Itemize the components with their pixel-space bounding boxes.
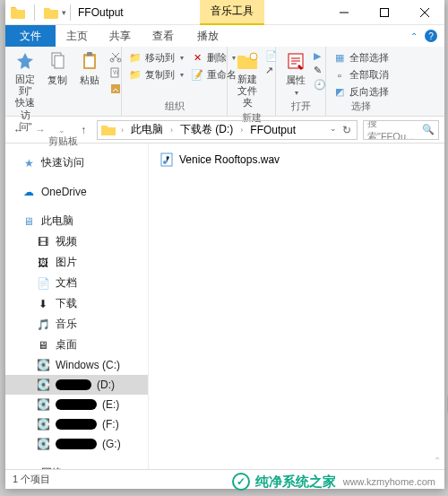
paste-shortcut-icon[interactable] bbox=[109, 83, 122, 97]
content-area: ★快速访问 ☁OneDrive 🖥此电脑 🎞视频🖼图片📄文档⬇下载🎵音乐🖥桌面💽… bbox=[5, 144, 444, 469]
folder-icon bbox=[101, 124, 116, 136]
tree-item[interactable]: 🎞视频 bbox=[5, 231, 148, 252]
chevron-right-icon[interactable]: › bbox=[237, 126, 246, 135]
title-bar: ▾ FFOutput 音乐工具 bbox=[5, 0, 444, 25]
tree-quickaccess[interactable]: ★快速访问 bbox=[5, 152, 148, 173]
tree-item-label: 视频 bbox=[56, 234, 77, 249]
moveto-button[interactable]: 📁移动到▾ bbox=[127, 50, 185, 65]
refresh-icon[interactable]: ↻ bbox=[342, 124, 351, 136]
pictures-icon: 🖼 bbox=[36, 256, 50, 270]
redacted-label bbox=[56, 419, 97, 430]
redacted-label bbox=[56, 399, 97, 410]
copyto-button[interactable]: 📁复制到▾ bbox=[127, 67, 185, 83]
pc-icon: 🖥 bbox=[22, 214, 36, 229]
drive-c-icon: 💽 bbox=[36, 358, 50, 372]
collapse-ribbon-icon[interactable]: ⌃ bbox=[410, 31, 418, 41]
chevron-right-icon[interactable]: › bbox=[167, 126, 177, 135]
history-icon[interactable]: 🕘 bbox=[314, 79, 326, 91]
redacted-label bbox=[56, 439, 97, 449]
context-tab-music[interactable]: 音乐工具 bbox=[200, 0, 264, 25]
search-placeholder: 搜索"FFOu... bbox=[367, 120, 418, 140]
recent-dropdown[interactable]: ⌄ bbox=[54, 122, 70, 138]
copy-button[interactable]: 复制 bbox=[43, 48, 72, 89]
svg-point-14 bbox=[163, 161, 167, 164]
forward-button[interactable]: → bbox=[32, 122, 48, 138]
chevron-right-icon[interactable]: › bbox=[117, 126, 127, 135]
desktop-icon: 🖥 bbox=[36, 338, 50, 352]
tree-item-label: 图片 bbox=[56, 255, 77, 270]
scroll-indicator-icon: ⌃ bbox=[434, 456, 441, 466]
navigation-tree[interactable]: ★快速访问 ☁OneDrive 🖥此电脑 🎞视频🖼图片📄文档⬇下载🎵音乐🖥桌面💽… bbox=[5, 144, 149, 469]
separator bbox=[34, 4, 35, 21]
selectinvert-button[interactable]: ◩反向选择 bbox=[332, 84, 391, 100]
tab-share[interactable]: 共享 bbox=[99, 25, 142, 47]
tree-item[interactable]: ⬇下载 bbox=[5, 293, 148, 314]
svg-rect-0 bbox=[380, 8, 388, 16]
drive-icon: 💽 bbox=[36, 378, 50, 392]
tab-home[interactable]: 主页 bbox=[56, 25, 99, 47]
tree-item-label: (G:) bbox=[102, 438, 121, 450]
drive-icon: 💽 bbox=[36, 417, 50, 431]
breadcrumb-bar[interactable]: › 此电脑 › 下载卷 (D:) › FFOutput ⌄ ↻ bbox=[97, 120, 358, 140]
properties-button[interactable]: 属性 ▾ bbox=[281, 48, 310, 99]
cut-icon[interactable] bbox=[109, 50, 122, 65]
paste-icon bbox=[79, 50, 100, 72]
tree-network[interactable]: 🖧网络 bbox=[5, 463, 148, 469]
up-button[interactable]: ↑ bbox=[75, 122, 91, 138]
tree-item[interactable]: 🎵音乐 bbox=[5, 314, 148, 335]
cloud-icon: ☁ bbox=[22, 185, 36, 199]
crumb-drive[interactable]: 下载卷 (D:) bbox=[177, 122, 237, 137]
minimize-button[interactable] bbox=[323, 0, 364, 25]
tree-item[interactable]: 💽(F:) bbox=[5, 414, 148, 434]
music-icon: 🎵 bbox=[36, 318, 50, 332]
tree-item[interactable]: 🖥桌面 bbox=[5, 335, 148, 355]
tree-item-label: (E:) bbox=[102, 398, 119, 411]
crumb-thispc[interactable]: 此电脑 bbox=[127, 122, 167, 137]
selectnone-button[interactable]: ▫全部取消 bbox=[332, 67, 391, 83]
copyto-icon: 📁 bbox=[129, 69, 142, 82]
svg-text:W: W bbox=[113, 69, 119, 75]
search-input[interactable]: 搜索"FFOu... 🔍 bbox=[363, 120, 439, 140]
edit-icon[interactable]: ✎ bbox=[314, 65, 326, 76]
video-icon: 🎞 bbox=[36, 235, 50, 249]
selectall-button[interactable]: ▦全部选择 bbox=[332, 50, 391, 65]
tree-thispc[interactable]: 🖥此电脑 bbox=[5, 211, 148, 231]
search-icon: 🔍 bbox=[422, 124, 435, 135]
star-icon: ★ bbox=[22, 156, 36, 170]
tree-item[interactable]: 💽(G:) bbox=[5, 434, 148, 454]
back-button[interactable]: ← bbox=[11, 122, 27, 138]
tree-onedrive[interactable]: ☁OneDrive bbox=[5, 182, 148, 202]
tab-view[interactable]: 查看 bbox=[142, 25, 185, 47]
open-icon[interactable]: ▶ bbox=[314, 50, 326, 62]
drive-icon: 💽 bbox=[36, 437, 50, 451]
tree-item[interactable]: 🖼图片 bbox=[5, 252, 148, 273]
dropdown-icon[interactable]: ▾ bbox=[62, 8, 66, 17]
svg-rect-4 bbox=[85, 57, 94, 67]
close-button[interactable] bbox=[404, 0, 444, 25]
file-list[interactable]: Venice Rooftops.wav ⌃ bbox=[149, 144, 444, 469]
tree-item-label: Windows (C:) bbox=[56, 359, 120, 371]
crumb-folder[interactable]: FFOutput bbox=[246, 124, 299, 136]
watermark-brand: 纯净系统之家 bbox=[255, 474, 336, 491]
tree-item[interactable]: 💽(E:) bbox=[5, 395, 148, 414]
tree-item[interactable]: 📄文档 bbox=[5, 273, 148, 293]
paste-button[interactable]: 粘贴 bbox=[75, 48, 104, 89]
maximize-button[interactable] bbox=[364, 0, 404, 25]
tree-item[interactable]: 💽(D:) bbox=[5, 375, 148, 395]
selectall-icon: ▦ bbox=[333, 52, 346, 65]
tab-play[interactable]: 播放 bbox=[186, 25, 229, 47]
copy-icon bbox=[47, 50, 68, 72]
help-icon[interactable]: ? bbox=[425, 30, 437, 42]
newfolder-button[interactable]: 新建 文件夹 bbox=[233, 48, 262, 111]
svg-point-11 bbox=[250, 53, 257, 60]
copy-path-icon[interactable]: W bbox=[109, 66, 122, 81]
address-dropdown-icon[interactable]: ⌄ bbox=[330, 124, 337, 136]
window-title: FFOutput bbox=[78, 6, 124, 19]
delete-icon: ✕ bbox=[191, 52, 203, 65]
file-item[interactable]: Venice Rooftops.wav bbox=[158, 151, 435, 169]
ribbon: 固定到" 快速访问" 复制 粘贴 W 剪贴板 bbox=[5, 47, 444, 117]
tree-item[interactable]: 💽Windows (C:) bbox=[5, 355, 148, 375]
tab-file[interactable]: 文件 bbox=[5, 25, 56, 47]
group-label-select: 选择 bbox=[332, 100, 391, 114]
folder-icon bbox=[11, 6, 25, 19]
